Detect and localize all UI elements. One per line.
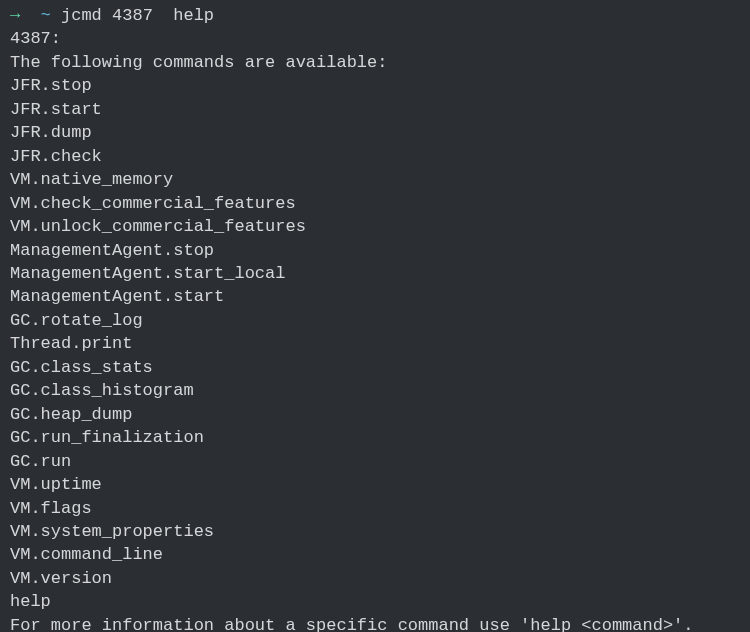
output-pid: 4387: bbox=[10, 27, 740, 50]
command-list-item: JFR.dump bbox=[10, 121, 740, 144]
commands-list: JFR.stopJFR.startJFR.dumpJFR.checkVM.nat… bbox=[10, 74, 740, 613]
command-list-item: VM.version bbox=[10, 567, 740, 590]
command-list-item: GC.run bbox=[10, 450, 740, 473]
prompt-cwd: ~ bbox=[30, 4, 61, 27]
command-list-item: JFR.check bbox=[10, 145, 740, 168]
command-list-item: Thread.print bbox=[10, 332, 740, 355]
prompt-arrow-icon: → bbox=[10, 4, 30, 27]
command-list-item: VM.unlock_commercial_features bbox=[10, 215, 740, 238]
command-list-item: VM.system_properties bbox=[10, 520, 740, 543]
command-list-item: ManagementAgent.start bbox=[10, 285, 740, 308]
entered-command: jcmd 4387 help bbox=[61, 4, 214, 27]
output-footer: For more information about a specific co… bbox=[10, 614, 740, 632]
command-list-item: JFR.stop bbox=[10, 74, 740, 97]
command-list-item: VM.flags bbox=[10, 497, 740, 520]
command-list-item: VM.uptime bbox=[10, 473, 740, 496]
command-prompt-line: → ~ jcmd 4387 help bbox=[10, 4, 740, 27]
command-list-item: ManagementAgent.stop bbox=[10, 239, 740, 262]
command-list-item: help bbox=[10, 590, 740, 613]
command-list-item: JFR.start bbox=[10, 98, 740, 121]
command-list-item: GC.rotate_log bbox=[10, 309, 740, 332]
command-list-item: GC.class_stats bbox=[10, 356, 740, 379]
command-list-item: ManagementAgent.start_local bbox=[10, 262, 740, 285]
command-list-item: GC.class_histogram bbox=[10, 379, 740, 402]
command-list-item: VM.native_memory bbox=[10, 168, 740, 191]
command-list-item: VM.check_commercial_features bbox=[10, 192, 740, 215]
command-list-item: GC.heap_dump bbox=[10, 403, 740, 426]
command-list-item: VM.command_line bbox=[10, 543, 740, 566]
output-header: The following commands are available: bbox=[10, 51, 740, 74]
command-list-item: GC.run_finalization bbox=[10, 426, 740, 449]
